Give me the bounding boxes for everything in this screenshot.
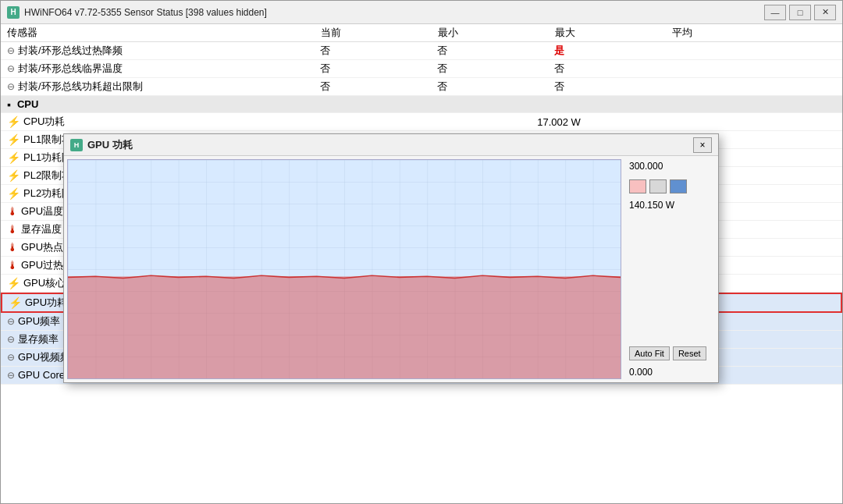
color-boxes bbox=[629, 179, 713, 193]
popup-title: GPU 功耗 bbox=[87, 138, 693, 152]
circle-icon: ⊖ bbox=[7, 370, 15, 381]
color-box-2 bbox=[649, 179, 667, 193]
sensor-label: GPU功耗 bbox=[25, 296, 67, 310]
titlebar: H HWiNFO64 v7.72-5355 Sensor Status [398… bbox=[1, 1, 842, 24]
group-label: CPU bbox=[17, 98, 38, 110]
thermometer-icon: 🌡 bbox=[7, 205, 18, 218]
bolt-icon: ⚡ bbox=[7, 277, 20, 289]
sensor-cell: ⊖ 封装/环形总线过热降频 bbox=[7, 44, 266, 58]
gpu-power-chart bbox=[67, 159, 621, 379]
sensor-label: 显存频率 bbox=[18, 332, 59, 346]
gpu-power-popup: H GPU 功耗 × bbox=[63, 133, 719, 383]
min-val: 否 bbox=[383, 80, 500, 94]
popup-body: 300.000 140.150 W Auto Fit Reset 0.000 bbox=[64, 156, 718, 382]
col-header-avg: 平均 bbox=[624, 26, 741, 40]
col-header-current: 当前 bbox=[272, 26, 389, 40]
close-button[interactable]: ✕ bbox=[814, 5, 836, 20]
max-val: 否 bbox=[500, 62, 617, 76]
sensor-label: 显存温度 bbox=[21, 222, 62, 236]
col-header-sensor: 传感器 bbox=[7, 26, 272, 40]
column-headers: 传感器 当前 最小 最大 平均 bbox=[1, 24, 842, 42]
thermometer-icon: 🌡 bbox=[7, 223, 18, 236]
bolt-icon: ⚡ bbox=[9, 296, 22, 309]
chart-max-label: 300.000 bbox=[629, 161, 713, 172]
popup-app-icon: H bbox=[70, 139, 83, 151]
table-row: ⚡ CPU功耗 17.002 W bbox=[1, 113, 842, 131]
bolt-icon: ⚡ bbox=[7, 169, 20, 182]
sensor-label: 封装/环形总线功耗超出限制 bbox=[18, 80, 143, 94]
bolt-icon: ⚡ bbox=[7, 115, 20, 128]
sensor-cell: ▪ CPU bbox=[7, 98, 266, 111]
app-icon: H bbox=[7, 6, 20, 19]
max-val: 是 bbox=[500, 44, 617, 58]
circle-icon: ⊖ bbox=[7, 352, 15, 363]
max-val: 17.002 W bbox=[500, 116, 617, 128]
col-header-max: 最大 bbox=[507, 26, 624, 40]
svg-rect-2 bbox=[68, 276, 621, 378]
minimize-button[interactable]: — bbox=[764, 5, 786, 20]
bolt-icon: ⚡ bbox=[7, 151, 20, 164]
min-val: 否 bbox=[383, 62, 500, 76]
min-val: 否 bbox=[383, 44, 500, 58]
table-row: ⊖ 封装/环形总线功耗超出限制 否 否 否 bbox=[1, 78, 842, 96]
chart-right-panel: 300.000 140.150 W Auto Fit Reset 0.000 bbox=[624, 156, 718, 382]
sensor-label: GPU温度 bbox=[21, 204, 63, 218]
sensor-label: 封装/环形总线临界温度 bbox=[18, 62, 123, 76]
maximize-button[interactable]: □ bbox=[789, 5, 811, 20]
color-box-1 bbox=[629, 179, 646, 193]
current-val: 否 bbox=[266, 62, 383, 76]
reset-button[interactable]: Reset bbox=[673, 346, 706, 360]
chart-current-value: 140.150 W bbox=[629, 200, 713, 211]
col-header-min: 最小 bbox=[389, 26, 507, 40]
bolt-icon: ⚡ bbox=[7, 133, 20, 146]
thermometer-icon: 🌡 bbox=[7, 259, 18, 272]
table-row: ⊖ 封装/环形总线临界温度 否 否 否 bbox=[1, 60, 842, 78]
chart-buttons: Auto Fit Reset bbox=[629, 346, 713, 360]
thermometer-icon: 🌡 bbox=[7, 241, 18, 254]
sensor-cell: ⊖ 封装/环形总线临界温度 bbox=[7, 62, 266, 76]
circle-icon: ⊖ bbox=[7, 81, 15, 92]
auto-fit-button[interactable]: Auto Fit bbox=[629, 346, 670, 360]
color-box-3 bbox=[670, 179, 687, 193]
circle-icon: ⊖ bbox=[7, 63, 15, 74]
window-title: HWiNFO64 v7.72-5355 Sensor Status [398 v… bbox=[24, 7, 764, 18]
sensor-table-area: 传感器 当前 最小 最大 平均 ⊖ 封装/环形总线过热降频 否 否 是 bbox=[1, 24, 842, 503]
circle-icon: ⊖ bbox=[7, 316, 15, 327]
popup-titlebar: H GPU 功耗 × bbox=[64, 134, 718, 156]
max-val: 否 bbox=[500, 80, 617, 94]
sensor-label: GPU频率 bbox=[18, 314, 60, 328]
window-controls: — □ ✕ bbox=[764, 5, 836, 20]
chart-svg bbox=[68, 160, 621, 378]
main-window: H HWiNFO64 v7.72-5355 Sensor Status [398… bbox=[0, 0, 843, 504]
sensor-label: CPU功耗 bbox=[23, 115, 65, 129]
group-header-cpu: ▪ CPU bbox=[1, 96, 842, 113]
circle-icon: ⊖ bbox=[7, 45, 15, 56]
table-row: ⊖ 封装/环形总线过热降频 否 否 是 bbox=[1, 42, 842, 60]
sensor-cell: ⚡ CPU功耗 bbox=[7, 115, 266, 129]
sensor-label: 封装/环形总线过热降频 bbox=[18, 44, 123, 58]
circle-icon: ⊖ bbox=[7, 334, 15, 345]
bolt-icon: ⚡ bbox=[7, 187, 20, 200]
chart-min-label: 0.000 bbox=[629, 367, 713, 378]
sensor-cell: ⊖ 封装/环形总线功耗超出限制 bbox=[7, 80, 266, 94]
current-val: 否 bbox=[266, 44, 383, 58]
popup-close-button[interactable]: × bbox=[693, 137, 712, 153]
current-val: 否 bbox=[266, 80, 383, 94]
